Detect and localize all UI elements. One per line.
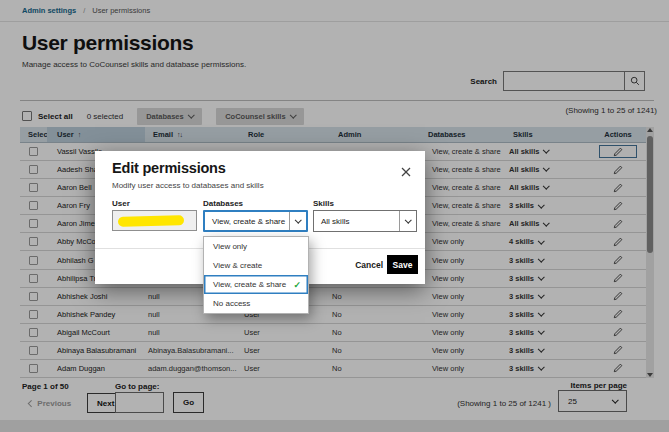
databases-dropdown-panel: View only ✓ View & create ✓ View, create… — [203, 236, 309, 314]
redaction-highlight — [118, 215, 184, 227]
cancel-button[interactable]: Cancel — [355, 260, 383, 270]
close-button[interactable] — [400, 166, 412, 178]
dropdown-option[interactable]: View only ✓ — [204, 237, 308, 256]
dropdown-option[interactable]: No access ✓ — [204, 294, 308, 313]
modal-subtitle: Modify user access to databases and skil… — [112, 181, 264, 190]
chevron-down-icon — [405, 216, 411, 222]
skills-select[interactable]: All skills — [313, 210, 417, 232]
databases-select[interactable]: View, create & share — [203, 210, 308, 232]
close-icon — [401, 167, 411, 177]
save-button[interactable]: Save — [387, 255, 418, 274]
chevron-down-icon — [295, 216, 301, 222]
dropdown-option[interactable]: View, create & share ✓ — [204, 275, 308, 294]
modal-title: Edit permissions — [112, 160, 226, 176]
user-field — [112, 210, 197, 231]
user-field-label: User — [112, 199, 130, 208]
dropdown-option[interactable]: View & create ✓ — [204, 256, 308, 275]
skills-field-label: Skills — [313, 199, 334, 208]
check-icon: ✓ — [293, 280, 301, 290]
databases-field-label: Databases — [203, 199, 243, 208]
